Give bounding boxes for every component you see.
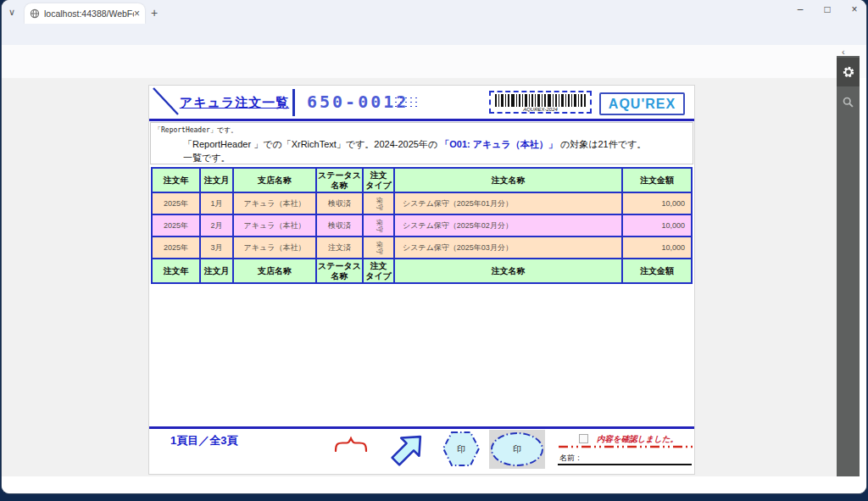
column-header: 注文名称 — [394, 168, 622, 192]
table-row: 2025年2月アキュラ（本社）検収済保守システム保守（2025年02月分）10,… — [152, 214, 692, 237]
red-dashdot-line — [559, 445, 693, 448]
browser-titlebar: ∨ localhost:44388/WebForm1.aspx × + – □ … — [2, 0, 866, 24]
column-header: 注文金額 — [622, 168, 692, 192]
column-header: 注文年 — [152, 168, 200, 192]
table-cell: 保守 — [363, 237, 394, 259]
table-cell: システム保守（2025年01月分） — [394, 192, 622, 214]
tab-title: localhost:44388/WebForm1.aspx — [44, 8, 134, 19]
intro-line1: 「ReportHeader」です。 — [154, 125, 237, 135]
table-cell: 保守 — [363, 192, 394, 214]
company-logo: AQU'REX — [599, 92, 685, 115]
browser-navbar: ← ↻ ⌂ https://localhost:44388/WebForm1.a… — [2, 24, 866, 45]
report-toolbar: 1 of 3 ▾ ページ全体 ▾ — [2, 45, 866, 78]
viewer-side-panel — [837, 56, 860, 489]
table-cell: 1月 — [200, 192, 233, 214]
report-intro-richtext: 「ReportHeader」です。 「ReportHeader 」での「XrRi… — [150, 122, 693, 164]
minimize-button[interactable]: – — [793, 3, 807, 15]
stamp-text: 印 — [489, 443, 545, 455]
table-cell: アキュラ（本社） — [233, 214, 316, 237]
order-table-header: 注文年注文月支店名称ステータス 名称注文 タイプ注文名称注文金額 — [152, 168, 692, 192]
postal-code-placeholder-dots — [393, 96, 419, 110]
confirm-label: 内容を確認しました。 — [597, 434, 678, 445]
column-header: 注文 タイプ — [363, 259, 394, 283]
hexagon-stamp: 印 — [442, 430, 481, 468]
table-cell: システム保守（2025年02月分） — [394, 214, 622, 237]
new-tab-button[interactable]: + — [151, 6, 158, 19]
report-title: アキュラ注文一覧 — [177, 95, 292, 111]
browser-tab[interactable]: localhost:44388/WebForm1.aspx × — [25, 3, 145, 24]
intro-line2-post: の対象は21件です。 — [558, 139, 646, 149]
confirm-checkbox — [579, 434, 588, 443]
window-controls: – □ × — [793, 3, 861, 15]
table-cell: 10,000 — [622, 214, 692, 237]
column-header: 支店名称 — [233, 259, 316, 283]
table-cell: 2月 — [200, 214, 233, 237]
barcode-image — [495, 94, 586, 107]
ellipse-stamp: 印 — [489, 430, 545, 469]
intro-line2: 「ReportHeader 」での「XrRichText」です。2024-202… — [183, 138, 646, 151]
table-cell: 2025年 — [152, 214, 200, 237]
column-header: 注文 タイプ — [363, 168, 394, 192]
order-table: 注文年注文月支店名称ステータス 名称注文 タイプ注文名称注文金額 2025年1月… — [151, 167, 693, 284]
tab-close-icon[interactable]: × — [134, 8, 140, 19]
table-cell: 検収済 — [316, 192, 363, 214]
table-cell: 3月 — [200, 237, 233, 259]
arrow-shape — [389, 428, 426, 469]
export-options-tab[interactable] — [837, 58, 860, 86]
table-cell: アキュラ（本社） — [233, 237, 316, 259]
order-table-body: 2025年1月アキュラ（本社）検収済保守システム保守（2025年01月分）10,… — [152, 192, 692, 259]
table-cell: 10,000 — [622, 237, 692, 259]
column-header: ステータス 名称 — [316, 259, 363, 283]
table-cell: 10,000 — [622, 192, 692, 214]
globe-icon — [30, 8, 40, 19]
name-label: 名前： — [559, 453, 582, 464]
intro-line2-highlight: 「O01: アキュラ（本社）」 — [440, 139, 558, 149]
table-cell: 注文済 — [316, 237, 363, 259]
intro-line3: 一覧です。 — [183, 152, 231, 164]
table-cell: 保守 — [363, 214, 394, 237]
search-tab[interactable] — [837, 86, 860, 117]
table-cell: 検収済 — [316, 214, 363, 237]
brace-shape — [334, 435, 368, 452]
table-row: 2025年1月アキュラ（本社）検収済保守システム保守（2025年01月分）10,… — [152, 192, 692, 214]
table-cell: アキュラ（本社） — [233, 192, 316, 214]
column-header: 注文名称 — [394, 259, 622, 283]
diagonal-line-shape — [152, 86, 181, 117]
search-icon — [842, 96, 854, 109]
table-cell: 2025年 — [152, 192, 200, 214]
gear-icon — [842, 65, 855, 79]
table-cell: 2025年 — [152, 237, 200, 259]
header-rule-line — [149, 119, 694, 121]
intro-line2-pre: 「ReportHeader 」での「XrRichText」です。2024-202… — [183, 139, 440, 149]
barcode-box: AQUREX-2024 — [489, 91, 592, 114]
tab-list-icon[interactable]: ∨ — [8, 7, 15, 18]
order-table-footer: 注文年注文月支店名称ステータス 名称注文 タイプ注文名称注文金額 — [152, 259, 692, 283]
page-count-label: 1頁目／全3頁 — [170, 433, 237, 448]
window-bottom-strip — [2, 476, 866, 493]
column-header: 注文金額 — [622, 259, 692, 283]
viewer-canvas[interactable]: アキュラ注文一覧 650-0012 AQUREX-2024 AQU'REX — [2, 78, 837, 476]
report-page: アキュラ注文一覧 650-0012 AQUREX-2024 AQU'REX — [148, 85, 695, 475]
table-cell: システム保守（2025年03月分） — [394, 237, 622, 259]
header-separator-line — [292, 89, 295, 116]
column-header: 注文月 — [200, 168, 233, 192]
table-header-row: 注文年注文月支店名称ステータス 名称注文 タイプ注文名称注文金額 — [152, 168, 692, 192]
browser-window: ∨ localhost:44388/WebForm1.aspx × + – □ … — [2, 0, 866, 493]
column-header: ステータス 名称 — [316, 168, 363, 192]
report-page-header: アキュラ注文一覧 650-0012 AQUREX-2024 AQU'REX — [149, 86, 694, 120]
column-header: 注文月 — [200, 259, 233, 283]
table-row: 2025年3月アキュラ（本社）注文済保守システム保守（2025年03月分）10,… — [152, 237, 692, 259]
table-header-row: 注文年注文月支店名称ステータス 名称注文 タイプ注文名称注文金額 — [152, 259, 692, 283]
barcode-caption: AQUREX-2024 — [491, 107, 590, 112]
close-button[interactable]: × — [848, 3, 861, 15]
maximize-button[interactable]: □ — [821, 3, 834, 15]
name-underline — [558, 464, 692, 465]
column-header: 支店名称 — [233, 168, 316, 192]
column-header: 注文年 — [152, 259, 200, 283]
stamp-text: 印 — [442, 443, 481, 455]
